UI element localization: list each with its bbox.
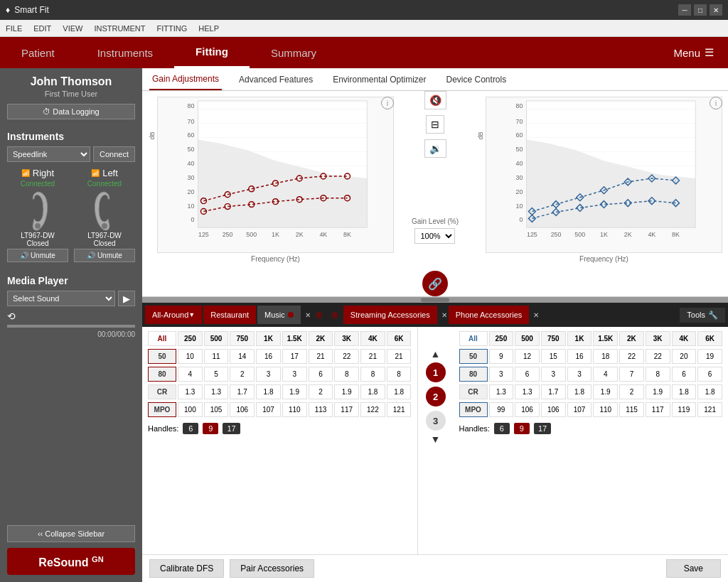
left-mpo-250[interactable]: 100: [178, 402, 203, 417]
right-freq-4k[interactable]: 4K: [672, 331, 697, 346]
rewind-button[interactable]: ⟲: [7, 311, 16, 322]
right-50-4k[interactable]: 20: [672, 349, 697, 364]
left-all-cell[interactable]: All: [148, 331, 176, 346]
nav-menu[interactable]: Menu ☰: [659, 46, 728, 59]
data-logging-button[interactable]: ⏱ Data Logging: [7, 104, 135, 119]
minimize-button[interactable]: ─: [678, 4, 691, 16]
left-50-250[interactable]: 10: [178, 349, 203, 364]
prog-tab-phone[interactable]: Phone Accessories: [449, 306, 530, 324]
right-80-250[interactable]: 3: [489, 367, 514, 382]
streaming-close-button[interactable]: ✕: [441, 311, 447, 319]
play-button[interactable]: ▶: [118, 291, 135, 306]
right-mpo-6k[interactable]: 121: [697, 402, 722, 417]
right-cr-1.5k[interactable]: 1.9: [593, 384, 618, 399]
media-progress-bar[interactable]: [7, 325, 135, 328]
close-button[interactable]: ✕: [710, 4, 722, 16]
right-mpo-2k[interactable]: 115: [619, 402, 644, 417]
right-80-3k[interactable]: 8: [646, 367, 670, 382]
scroll-down-button[interactable]: ▼: [426, 433, 446, 445]
left-50-1.5k[interactable]: 17: [282, 349, 307, 364]
left-80-1k[interactable]: 3: [256, 367, 281, 382]
left-50-500[interactable]: 11: [204, 349, 229, 364]
right-mpo-4k[interactable]: 119: [672, 402, 697, 417]
menu-help[interactable]: HELP: [198, 24, 219, 33]
left-cr-500[interactable]: 1.3: [204, 384, 229, 399]
left-cr-1.5k[interactable]: 1.9: [282, 384, 307, 399]
right-80-500[interactable]: 6: [515, 367, 540, 382]
left-freq-500[interactable]: 500: [204, 331, 229, 346]
menu-fitting[interactable]: FITTING: [157, 24, 188, 33]
right-80-6k[interactable]: 6: [697, 367, 722, 382]
right-all-cell[interactable]: All: [459, 331, 488, 346]
right-cr-2k[interactable]: 2: [619, 384, 644, 399]
left-freq-1.5k[interactable]: 1.5K: [282, 331, 307, 346]
left-80-1.5k[interactable]: 3: [282, 367, 307, 382]
right-freq-250[interactable]: 250: [489, 331, 514, 346]
left-50-6k[interactable]: 21: [387, 349, 412, 364]
right-mpo-1.5k[interactable]: 110: [593, 402, 618, 417]
right-cr-6k[interactable]: 1.8: [697, 384, 722, 399]
subtab-gain[interactable]: Gain Adjustments: [149, 68, 222, 90]
left-handle-9[interactable]: 9: [203, 423, 218, 434]
subtab-advanced[interactable]: Advanced Features: [236, 68, 316, 90]
left-freq-3k[interactable]: 3K: [334, 331, 359, 346]
tab-instruments[interactable]: Instruments: [76, 37, 174, 68]
program-1[interactable]: 1: [426, 362, 446, 382]
link-button[interactable]: 🔗: [422, 271, 448, 296]
left-handle-17[interactable]: 17: [223, 423, 240, 434]
right-freq-1.5k[interactable]: 1.5K: [593, 331, 618, 346]
connect-button[interactable]: Connect: [93, 146, 135, 162]
left-mpo-6k[interactable]: 121: [387, 402, 412, 417]
left-mpo-1k[interactable]: 107: [256, 402, 281, 417]
left-50-3k[interactable]: 22: [334, 349, 359, 364]
left-50-750[interactable]: 14: [230, 349, 255, 364]
right-freq-6k[interactable]: 6K: [697, 331, 722, 346]
speaker-button[interactable]: 🔉: [424, 139, 446, 158]
menu-edit[interactable]: EDIT: [33, 24, 51, 33]
left-cr-3k[interactable]: 1.9: [334, 384, 359, 399]
right-cr-500[interactable]: 1.3: [515, 384, 540, 399]
collapse-sidebar-button[interactable]: ‹‹ Collapse Sidebar: [7, 525, 135, 542]
left-mpo-4k[interactable]: 122: [360, 402, 385, 417]
program-2[interactable]: 2: [426, 387, 446, 406]
left-80-4k[interactable]: 8: [360, 367, 385, 382]
pair-accessories-button[interactable]: Pair Accessories: [230, 559, 314, 578]
tab-patient[interactable]: Patient: [0, 37, 76, 68]
left-80-750[interactable]: 2: [230, 367, 255, 382]
maximize-button[interactable]: □: [694, 4, 707, 16]
left-80-250[interactable]: 4: [178, 367, 203, 382]
left-mpo-1.5k[interactable]: 110: [282, 402, 307, 417]
left-cr-4k[interactable]: 1.8: [360, 384, 385, 399]
right-50-6k[interactable]: 19: [697, 349, 722, 364]
left-mpo-500[interactable]: 105: [204, 402, 229, 417]
left-cr-250[interactable]: 1.3: [178, 384, 203, 399]
unmute-right-button[interactable]: 🔊 Unmute: [7, 249, 68, 262]
right-cr-3k[interactable]: 1.9: [646, 384, 670, 399]
left-mpo-750[interactable]: 106: [230, 402, 255, 417]
right-freq-750[interactable]: 750: [541, 331, 566, 346]
right-80-4k[interactable]: 6: [672, 367, 697, 382]
right-cr-4k[interactable]: 1.8: [672, 384, 697, 399]
left-cr-2k[interactable]: 2: [309, 384, 333, 399]
left-freq-250[interactable]: 250: [178, 331, 203, 346]
right-50-3k[interactable]: 22: [646, 349, 670, 364]
left-freq-1k[interactable]: 1K: [256, 331, 281, 346]
left-mpo-2k[interactable]: 113: [309, 402, 333, 417]
add-program-left[interactable]: ⊕: [312, 309, 326, 320]
right-50-1k[interactable]: 16: [567, 349, 592, 364]
calibrate-dfs-button[interactable]: Calibrate DFS: [149, 559, 224, 578]
prog-tab-all-around[interactable]: All-Around ▼: [145, 306, 202, 324]
prog-tab-restaurant[interactable]: Restaurant: [203, 306, 256, 324]
right-handle-9[interactable]: 9: [514, 423, 530, 434]
right-handle-6[interactable]: 6: [494, 423, 510, 434]
right-mpo-3k[interactable]: 117: [646, 402, 670, 417]
gain-level-select[interactable]: 100%: [414, 228, 455, 244]
right-cr-250[interactable]: 1.3: [489, 384, 514, 399]
right-80-1.5k[interactable]: 4: [593, 367, 618, 382]
left-cr-750[interactable]: 1.7: [230, 384, 255, 399]
right-mpo-500[interactable]: 106: [515, 402, 540, 417]
music-close-button[interactable]: ✕: [305, 311, 311, 319]
right-80-1k[interactable]: 3: [567, 367, 592, 382]
left-80-2k[interactable]: 6: [309, 367, 333, 382]
right-mpo-1k[interactable]: 107: [567, 402, 592, 417]
